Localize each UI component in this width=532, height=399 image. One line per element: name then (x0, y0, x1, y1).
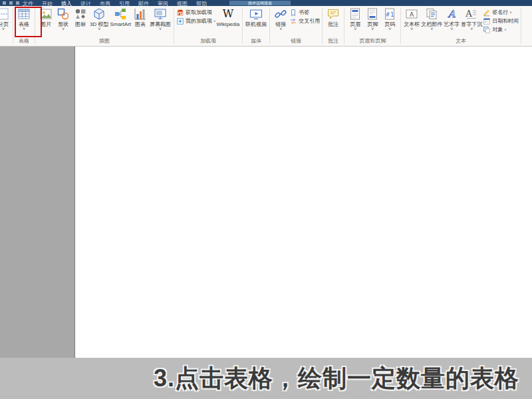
my-addins-icon (176, 17, 184, 25)
button-页脚[interactable]: 页脚˅ (364, 6, 381, 31)
button-label: SmartArt (110, 21, 131, 27)
tab-布局[interactable]: 布局 (100, 0, 110, 6)
button-label: 我的加载项 (186, 17, 212, 25)
button-艺术字[interactable]: A艺术字˅ (443, 6, 460, 31)
tab-视图[interactable]: 视图 (177, 0, 188, 6)
button-label: 图片 (41, 21, 51, 27)
document-canvas: 3.点击表格，绘制一定数量的表格 (0, 47, 532, 399)
button-交叉引用[interactable]: 交叉引用 (289, 17, 320, 25)
button-日期和时间[interactable]: 日期和时间 (483, 17, 519, 25)
dropdown-caret: ˅ (371, 27, 374, 31)
tab-插入[interactable]: 插入 (61, 0, 72, 6)
tab-帮助[interactable]: 帮助 (196, 0, 207, 6)
dropdown-caret: ˅ (509, 11, 512, 15)
button-表格[interactable]: 表格˅ (15, 6, 33, 31)
dropdown-caret: ˅ (2, 27, 5, 31)
button-页眉[interactable]: 页眉˅ (346, 6, 364, 31)
dropdown-caret: ˅ (410, 27, 413, 31)
comment-icon (327, 7, 340, 21)
button-Wikipedia[interactable]: WWikipedia (216, 6, 241, 27)
quick-access-toolbar[interactable] (3, 1, 19, 5)
button-label: 书签 (299, 9, 309, 16)
repeat-icon[interactable] (16, 1, 19, 5)
tab-引用[interactable]: 引用 (119, 0, 130, 6)
footer-icon (366, 7, 379, 21)
tab-文件[interactable]: 文件 (23, 0, 33, 6)
button-获取加载项[interactable]: 获取加载项 (176, 8, 216, 17)
button-SmartArt[interactable]: SmartArt (109, 6, 132, 27)
undo-icon[interactable] (9, 1, 13, 5)
bookmark-icon (289, 9, 297, 17)
group-label: 页眉和页脚 (346, 38, 398, 46)
dropdown-caret: ˅ (354, 27, 356, 31)
word-window: 文件开始插入设计布局引用邮件审阅视图帮助 操作说明搜索 分页˅表格˅表格图片形状… (0, 0, 532, 399)
save-icon[interactable] (3, 1, 6, 5)
dropdown-caret: ˅ (23, 27, 25, 31)
dropdown-caret: ˅ (388, 27, 391, 31)
button-批注[interactable]: 批注 (325, 6, 342, 27)
button-屏幕截图[interactable]: 屏幕截图˅ (149, 6, 172, 31)
button-图表[interactable]: 图表 (132, 6, 149, 27)
button-label: Wikipedia (217, 21, 240, 27)
subtitle-band: 3.点击表格，绘制一定数量的表格 (0, 358, 532, 399)
button-文本框[interactable]: A文本框˅ (403, 6, 420, 31)
text-box-icon: A (405, 7, 418, 21)
group-label: 表格 (15, 38, 33, 46)
tab-审阅[interactable]: 审阅 (158, 0, 168, 6)
tell-me-search[interactable]: 操作说明搜索 (229, 1, 291, 5)
button-书签[interactable]: 书签 (289, 8, 320, 17)
wordart-icon: A (445, 7, 458, 21)
svg-text:W: W (223, 7, 234, 20)
svg-text:#1: #1 (386, 11, 394, 18)
drop-cap-icon: A (465, 7, 478, 21)
ribbon-group-文本: A文本框˅文档部件˅A艺术字˅A首字下沉˅签名行˅日期和时间对象˅文本 (401, 6, 521, 46)
button-形状[interactable]: 形状˅ (55, 6, 72, 31)
button-3D 模型[interactable]: 3D 模型˅ (89, 6, 109, 31)
ribbon-group-链接: 链接˅书签交叉引用链接 (270, 6, 322, 46)
ribbon-group-媒体: 联机视频媒体 (243, 6, 269, 46)
button-页码[interactable]: #1页码˅ (381, 6, 398, 31)
tab-设计[interactable]: 设计 (80, 0, 91, 6)
ribbon-group-页眉和页脚: 页眉˅页脚˅#1页码˅页眉和页脚 (344, 6, 400, 46)
button-label: 日期和时间 (492, 17, 519, 25)
button-图片[interactable]: 图片 (37, 6, 55, 27)
object-icon (483, 26, 491, 34)
button-链接[interactable]: 链接˅ (272, 6, 289, 31)
button-对象[interactable]: 对象˅ (483, 25, 519, 34)
titlebar: 文件开始插入设计布局引用邮件审阅视图帮助 操作说明搜索 (0, 0, 532, 6)
tab-邮件[interactable]: 邮件 (138, 0, 149, 6)
header-icon (348, 7, 362, 21)
dropdown-caret: ˅ (430, 27, 433, 31)
dropdown-caret: ˅ (279, 27, 282, 31)
button-图标[interactable]: 图标 (72, 6, 89, 27)
button-联机视频[interactable]: 联机视频 (245, 6, 267, 27)
button-label: 图表 (135, 21, 146, 27)
button-label: 交叉引用 (299, 17, 320, 25)
quick-parts-icon (425, 7, 438, 21)
document-page[interactable] (75, 47, 532, 358)
screenshot-icon (154, 7, 167, 21)
page-number-icon: #1 (383, 7, 396, 21)
icons-icon (74, 7, 87, 21)
ribbon-group-批注: 批注批注 (323, 6, 344, 46)
cross-reference-icon (289, 17, 297, 25)
ribbon: 分页˅表格˅表格图片形状˅图标3D 模型˅SmartArt图表屏幕截图˅插图获取… (0, 6, 532, 47)
group-label: 文本 (403, 38, 519, 46)
ribbon-group-插图: 图片形状˅图标3D 模型˅SmartArt图表屏幕截图˅插图 (35, 6, 174, 46)
ribbon-group-partial: 分页˅ (0, 6, 13, 46)
button-分页[interactable]: 分页˅ (0, 6, 12, 46)
group-label: 链接 (272, 38, 320, 46)
store-icon (176, 9, 184, 17)
button-签名行[interactable]: 签名行˅ (483, 8, 519, 17)
button-首字下沉[interactable]: A首字下沉˅ (460, 6, 483, 31)
link-icon (274, 7, 287, 21)
button-文档部件[interactable]: 文档部件˅ (420, 6, 443, 31)
button-label: 对象 (492, 26, 503, 33)
ribbon-tab-strip: 文件开始插入设计布局引用邮件审阅视图帮助 (23, 0, 207, 6)
tab-开始[interactable]: 开始 (42, 0, 53, 6)
button-我的加载项[interactable]: 我的加载项˅ (176, 17, 216, 25)
ribbon-group-表格: 表格˅表格 (13, 6, 35, 46)
smartart-icon (114, 7, 127, 21)
table-icon (17, 7, 31, 21)
dropdown-caret: ˅ (159, 27, 162, 31)
